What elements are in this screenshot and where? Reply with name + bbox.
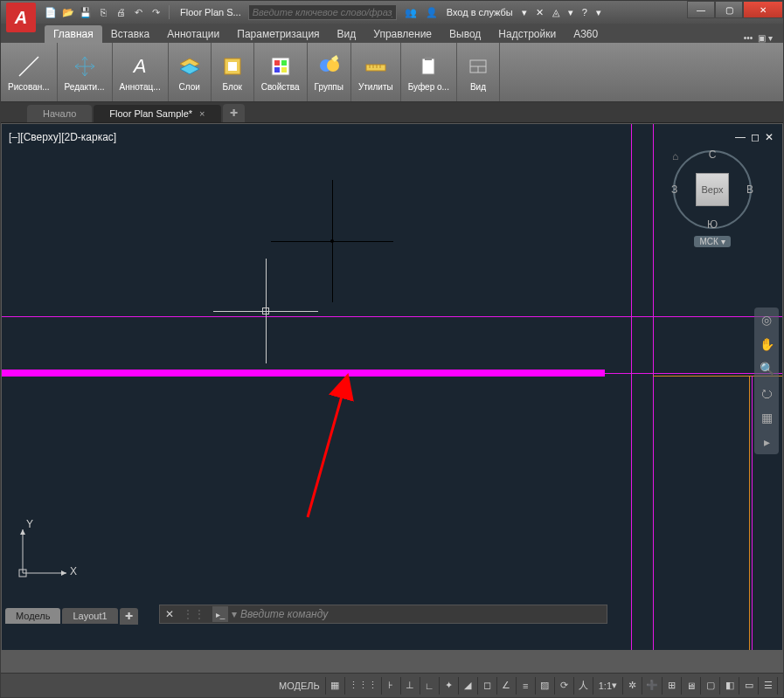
signin-icon[interactable]: 👤 (423, 7, 441, 18)
status-annoscale-icon[interactable]: 人 (574, 677, 593, 695)
close-button[interactable]: ✕ (743, 1, 783, 18)
viewcube-west[interactable]: З (671, 183, 677, 196)
status-snap-icon[interactable]: ⋮⋮⋮ (345, 677, 382, 695)
tab-annotate[interactable]: Аннотации (158, 25, 228, 43)
tab-parametric[interactable]: Параметризация (228, 25, 328, 43)
viewcube-north[interactable]: С (709, 149, 717, 161)
viewport-label[interactable]: [–][Сверху][2D-каркас] (9, 131, 116, 143)
viewcube-top-face[interactable]: Верх (696, 173, 729, 206)
status-hw-icon[interactable]: ▢ (701, 677, 720, 695)
plot-icon[interactable]: 🖨 (113, 4, 128, 20)
status-anno2-icon[interactable]: ➕ (642, 677, 663, 695)
help-icon[interactable]: ? (579, 7, 590, 17)
infocenter-icon[interactable]: 👥 (402, 7, 420, 18)
panel-label: Буфер о... (408, 82, 449, 92)
redo-icon[interactable]: ↷ (148, 4, 163, 20)
nav-wheel-icon[interactable]: ◎ (758, 311, 775, 328)
open-icon[interactable]: 📂 (60, 4, 76, 20)
tab-file[interactable]: Floor Plan Sample* (94, 105, 220, 122)
navigation-bar: ◎ ✋ 🔍 ⭮ ▦ ▸ (754, 308, 779, 454)
status-lwt-icon[interactable]: ≡ (517, 677, 536, 695)
cmdline-close-icon[interactable]: ✕ (160, 608, 179, 620)
panel-clipboard[interactable]: Буфер о... (401, 43, 457, 101)
status-ortho-icon[interactable]: ∟ (420, 677, 440, 695)
viewport-maximize[interactable]: ◻ (751, 131, 760, 143)
dropdown-icon[interactable]: ▾ (519, 7, 530, 18)
collapse-icon[interactable]: ▣ ▾ (758, 33, 773, 43)
help-dropdown2[interactable]: ▾ (593, 7, 604, 18)
tab-home[interactable]: Главная (45, 25, 102, 43)
panel-modify[interactable]: Редакти... (58, 43, 113, 101)
tab-a360[interactable]: A360 (565, 25, 607, 43)
panel-properties[interactable]: Свойства (254, 43, 308, 101)
status-scale[interactable]: 1:1 ▾ (593, 677, 623, 695)
tab-model[interactable]: Модель (5, 608, 60, 624)
viewcube-home-icon[interactable]: ⌂ (672, 150, 678, 162)
status-gear-icon[interactable]: ✲ (623, 677, 642, 695)
status-polar-icon[interactable]: ✦ (440, 677, 459, 695)
cmdline-grip[interactable]: ⋮⋮ (179, 608, 209, 620)
tab-view[interactable]: Вид (329, 25, 365, 43)
tab-start[interactable]: Начало (27, 105, 92, 122)
tab-add-layout[interactable]: ✚ (120, 608, 138, 625)
tab-manage[interactable]: Управление (364, 25, 441, 43)
tab-addins[interactable]: Надстройки (489, 25, 565, 43)
nav-showmotion-icon[interactable]: ▦ (758, 409, 775, 426)
status-dyn-icon[interactable]: ⊥ (401, 677, 420, 695)
maximize-button[interactable]: ▢ (715, 1, 743, 18)
ucs-icon[interactable]: X Y (14, 525, 75, 589)
save-icon[interactable]: 💾 (78, 4, 94, 20)
status-mon-icon[interactable]: 🖥 (682, 677, 701, 695)
viewcube-east[interactable]: В (746, 183, 753, 196)
nav-pan-icon[interactable]: ✋ (758, 335, 775, 353)
ribbon: Рисован... Редакти... A Аннотац... Слои … (1, 43, 783, 102)
status-model[interactable]: МОДЕЛЬ (274, 677, 326, 695)
new-icon[interactable]: 📄 (43, 4, 59, 20)
ribbon-collapse[interactable]: ••• ▣ ▾ (744, 33, 773, 43)
a360-icon[interactable]: ◬ (550, 7, 562, 18)
tab-layout1[interactable]: Layout1 (62, 608, 117, 624)
panel-block[interactable]: Блок (212, 43, 254, 101)
status-infer-icon[interactable]: ⊦ (382, 677, 401, 695)
drawing-area[interactable]: [–][Сверху][2D-каркас] — ◻ ✕ (2, 124, 782, 650)
nav-orbit-icon[interactable]: ⭮ (758, 384, 775, 402)
status-trans-icon[interactable]: ▨ (536, 677, 555, 695)
undo-icon[interactable]: ↶ (130, 4, 146, 20)
saveas-icon[interactable]: ⎘ (95, 4, 111, 20)
status-custom-icon[interactable]: ☰ (759, 677, 778, 695)
viewcube-south[interactable]: Ю (707, 218, 718, 231)
exchange-icon[interactable]: ✕ (533, 7, 546, 18)
tab-output[interactable]: Вывод (441, 25, 489, 43)
viewport-close[interactable]: ✕ (765, 131, 774, 143)
panel-draw[interactable]: Рисован... (1, 43, 58, 101)
help-dropdown[interactable]: ▾ (565, 7, 576, 18)
panel-utilities[interactable]: Утилиты (351, 43, 401, 101)
search-input[interactable] (248, 4, 397, 20)
status-grid-icon[interactable]: ▦ (326, 677, 345, 695)
panel-layers[interactable]: Слои (169, 43, 212, 101)
status-iso2-icon[interactable]: ◧ (720, 677, 739, 695)
viewcube[interactable]: ⌂ С Ю В З Верх МСК ▾ (669, 150, 756, 264)
panel-groups[interactable]: Группы (308, 43, 351, 101)
status-osnap-icon[interactable]: ◻ (478, 677, 497, 695)
viewcube-ring[interactable]: С Ю В З Верх (673, 150, 752, 229)
status-clean-icon[interactable]: ▭ (739, 677, 759, 695)
panel-annotation[interactable]: A Аннотац... (113, 43, 169, 101)
minimize-button[interactable]: — (687, 1, 715, 18)
command-line[interactable]: ✕ ⋮⋮ ▸_ ▾ Введите команду (159, 605, 607, 624)
nav-expand-icon[interactable]: ▸ (758, 433, 775, 451)
status-iso-icon[interactable]: ◢ (459, 677, 478, 695)
tab-add[interactable]: ✚ (223, 104, 245, 122)
panel-view[interactable]: Вид (457, 43, 500, 101)
viewport-minimize[interactable]: — (735, 131, 746, 143)
line-icon (15, 52, 43, 80)
status-otrack-icon[interactable]: ∠ (497, 677, 517, 695)
svg-line-20 (308, 393, 343, 517)
signin-label[interactable]: Вход в службы (444, 7, 516, 17)
status-ws-icon[interactable]: ⊞ (663, 677, 682, 695)
viewcube-coordsys[interactable]: МСК ▾ (694, 236, 730, 247)
app-logo[interactable]: A (6, 3, 36, 32)
tab-insert[interactable]: Вставка (102, 25, 159, 43)
status-cycle-icon[interactable]: ⟳ (555, 677, 574, 695)
nav-zoom-icon[interactable]: 🔍 (758, 360, 775, 377)
